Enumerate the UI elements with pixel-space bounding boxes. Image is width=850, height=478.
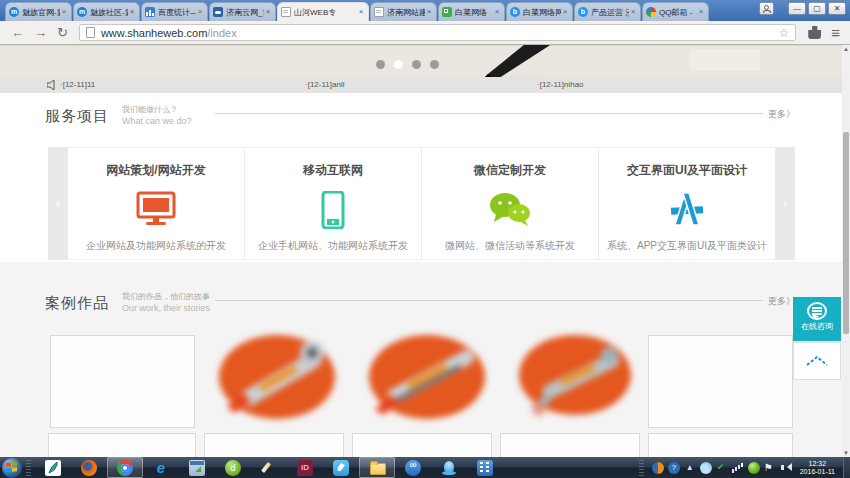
- services-more-link[interactable]: 更多》: [768, 108, 795, 121]
- tab-close-icon[interactable]: ×: [196, 8, 204, 16]
- tray-update-icon[interactable]: [652, 462, 664, 474]
- b-favicon: b: [510, 7, 520, 17]
- bookmark-star-icon[interactable]: ☆: [778, 26, 789, 40]
- carousel-right-arrow[interactable]: ›: [775, 147, 795, 260]
- tray-cloud-icon[interactable]: [700, 462, 712, 474]
- case-item-empty[interactable]: [204, 433, 344, 457]
- tab-baicai-site[interactable]: b 白菜网络网 ×: [506, 2, 573, 21]
- carousel-left-arrow[interactable]: ‹: [48, 147, 68, 260]
- taskbar-grip[interactable]: [26, 460, 31, 476]
- services-carousel: ‹ 网站策划/网站开发 企业网站及功能网站系统的开发 移动互联网: [48, 147, 795, 260]
- tray-360-icon[interactable]: [748, 462, 760, 474]
- tab-baicai-network[interactable]: 白菜网络 ×: [438, 2, 505, 21]
- taskbar-foxmail-button[interactable]: [395, 457, 431, 478]
- service-card-wechat[interactable]: 微信定制开发 微网站、微信活动等系统开发: [422, 148, 599, 259]
- maximize-button[interactable]: ▢: [808, 2, 826, 15]
- case-item-empty[interactable]: [500, 433, 640, 457]
- b-favicon: b: [578, 7, 588, 17]
- service-card-mobile[interactable]: 移动互联网 企业手机网站、功能网站系统开发: [245, 148, 422, 259]
- page-scrollbar[interactable]: ▲ ▼: [842, 45, 850, 457]
- services-subtitle-en: What can we do?: [122, 116, 192, 126]
- hero-banner[interactable]: [0, 45, 843, 77]
- case-item-empty[interactable]: [648, 335, 793, 428]
- tab-title: 山河WEB专: [294, 7, 357, 18]
- tray-network-signal-icon[interactable]: [732, 462, 744, 474]
- tray-grip[interactable]: [639, 460, 644, 476]
- scroll-down-icon[interactable]: ▼: [842, 449, 850, 457]
- tab-meizu-official[interactable]: m 魅族官网-魅 ×: [5, 2, 72, 21]
- minimize-button[interactable]: —: [788, 2, 806, 15]
- taskbar-dreamweaver-button[interactable]: d: [215, 457, 251, 478]
- taskbar-firefox-button[interactable]: [71, 457, 107, 478]
- case-item-image[interactable]: [505, 335, 645, 428]
- tab-meizu-community[interactable]: m 魅族社区-魅 ×: [73, 2, 140, 21]
- announcement-link[interactable]: ·[12-11]anli: [305, 80, 344, 89]
- close-button[interactable]: ✕: [828, 2, 846, 15]
- carousel-dot[interactable]: [430, 60, 439, 69]
- back-to-top-button[interactable]: [793, 342, 841, 380]
- taskbar-chrome-button[interactable]: [107, 457, 143, 478]
- tab-close-icon[interactable]: ×: [264, 8, 272, 16]
- tab-title: 济南网站建: [387, 7, 425, 18]
- tab-close-icon[interactable]: ×: [561, 8, 569, 16]
- tab-jinan-website[interactable]: 济南网站建 ×: [370, 2, 437, 21]
- taskbar-clock[interactable]: 12:32 2016-01-11: [800, 460, 835, 476]
- tray-security-check-icon[interactable]: [716, 462, 728, 474]
- extension-puzzle-icon[interactable]: [808, 26, 821, 39]
- start-button[interactable]: [2, 458, 22, 478]
- taskbar-notes-button[interactable]: [323, 457, 359, 478]
- tab-close-icon[interactable]: ×: [425, 8, 433, 16]
- scroll-up-icon[interactable]: ▲: [842, 45, 850, 53]
- show-desktop-button[interactable]: [843, 457, 850, 478]
- tray-hidden-icons-chevron[interactable]: ▲: [684, 462, 696, 474]
- tray-action-center-flag-icon[interactable]: ⚑: [764, 462, 776, 474]
- tab-close-icon[interactable]: ×: [128, 8, 136, 16]
- service-card-web[interactable]: 网站策划/网站开发 企业网站及功能网站系统的开发: [68, 148, 245, 259]
- case-item-image[interactable]: [355, 335, 495, 428]
- back-icon[interactable]: ←: [11, 25, 24, 40]
- taskbar-qq-button[interactable]: [431, 457, 467, 478]
- taskbar-indesign-button[interactable]: ID: [287, 457, 323, 478]
- case-item-image[interactable]: [205, 335, 345, 428]
- tab-qq-mail[interactable]: QQ邮箱 - ×: [642, 2, 709, 21]
- cases-more-link[interactable]: 更多》: [768, 295, 795, 308]
- taskbar-video-player-button[interactable]: [467, 457, 503, 478]
- case-item-empty[interactable]: [48, 433, 196, 457]
- carousel-dot[interactable]: [376, 60, 385, 69]
- tab-jinan-cloud[interactable]: 济南云网_首 ×: [209, 2, 276, 21]
- case-item-empty[interactable]: [648, 433, 793, 457]
- announcement-link[interactable]: ·[12-11]nihao: [537, 80, 584, 89]
- page-viewport: ·[12-11]11 ·[12-11]anli ·[12-11]nihao 服务…: [0, 45, 850, 457]
- taskbar-sqlyog-button[interactable]: [35, 457, 71, 478]
- carousel-dot-active[interactable]: [394, 60, 403, 69]
- case-item-empty[interactable]: [352, 433, 492, 457]
- address-bar[interactable]: www.shanheweb.com /index ☆: [79, 24, 796, 41]
- scrollbar-thumb[interactable]: [843, 132, 849, 334]
- tab-product-ops[interactable]: b 产品运营 济 ×: [574, 2, 641, 21]
- tab-title: 白菜网络网: [523, 7, 561, 18]
- taskbar-ie-button[interactable]: e: [143, 457, 179, 478]
- card-title: 交互界面UI及平面设计: [599, 162, 775, 179]
- service-card-ui-design[interactable]: 交互界面UI及平面设计 系统、APP交互界面UI及平面类设计: [599, 148, 775, 259]
- refresh-icon[interactable]: ↻: [57, 25, 68, 40]
- carousel-dot[interactable]: [412, 60, 421, 69]
- online-consult-button[interactable]: 在线咨询: [793, 297, 841, 341]
- tab-close-icon[interactable]: ×: [697, 8, 705, 16]
- forward-icon[interactable]: →: [34, 25, 47, 40]
- tab-baidu-stats[interactable]: 百度统计— ×: [141, 2, 208, 21]
- case-item-empty[interactable]: [50, 335, 195, 428]
- tab-close-icon[interactable]: ×: [60, 8, 68, 16]
- announcement-link[interactable]: ·[12-11]11: [60, 80, 95, 89]
- taskbar-explorer-button[interactable]: [359, 457, 395, 478]
- tray-help-icon[interactable]: ?: [668, 462, 680, 474]
- profile-icon[interactable]: [759, 2, 774, 15]
- taskbar-pen-tool-button[interactable]: [251, 457, 287, 478]
- tab-close-icon[interactable]: ×: [629, 8, 637, 16]
- menu-hamburger-icon[interactable]: ≡: [831, 24, 840, 41]
- tab-close-icon[interactable]: ×: [357, 8, 365, 16]
- services-subtitle-cn: 我们能做什么？: [122, 104, 178, 115]
- taskbar-system-window-button[interactable]: [179, 457, 215, 478]
- tab-shanhe-web-active[interactable]: 山河WEB专 ×: [277, 2, 369, 21]
- tab-close-icon[interactable]: ×: [493, 8, 501, 16]
- tray-volume-icon[interactable]: [780, 462, 792, 474]
